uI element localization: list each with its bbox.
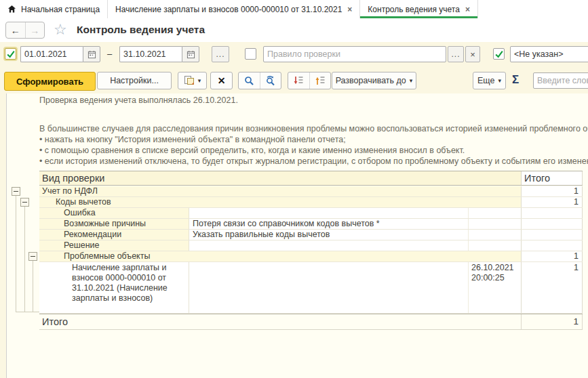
table-row: Возможные причины Потеря связи со справо…	[39, 219, 583, 230]
col-kind-cell[interactable]: Проблемные объекты	[39, 251, 522, 261]
caret-down-icon: ▾	[198, 78, 201, 84]
close-icon[interactable]: ×	[465, 5, 470, 14]
col-desc-cell[interactable]	[189, 240, 469, 251]
expand-rows-button[interactable]	[309, 72, 331, 89]
report-bullet-line: • нажать на кнопку "История изменений об…	[39, 135, 346, 144]
report-intro-line: В большинстве случаев для расследования …	[39, 124, 588, 133]
expand-to-label: Разворачивать до	[336, 76, 406, 85]
favorite-star-icon[interactable]: ☆	[54, 20, 67, 39]
col-date-cell[interactable]	[469, 208, 522, 218]
rule-checkbox[interactable]	[245, 48, 256, 60]
col-total-cell[interactable]: 1	[522, 186, 583, 196]
col-total-cell[interactable]	[522, 240, 583, 251]
minus-icon	[22, 202, 27, 203]
col-total-cell[interactable]	[522, 219, 583, 229]
caret-down-icon: ▾	[410, 78, 413, 84]
col-kind-cell[interactable]: Начисление зарплаты и взносов 0000-00001…	[39, 262, 189, 313]
expand-to-button[interactable]: Разворачивать до ▾	[332, 72, 416, 89]
search-next-icon	[265, 76, 275, 86]
col-kind-cell[interactable]: Рекомендации	[39, 230, 189, 240]
app-window: Начальная страница Начисление зарплаты и…	[0, 0, 588, 378]
footer-label: Итого	[39, 314, 522, 329]
ellipsis-icon: ...	[216, 49, 224, 59]
close-icon[interactable]: ×	[347, 5, 352, 14]
col-desc-cell[interactable]	[189, 208, 469, 218]
col-total-cell[interactable]	[522, 230, 583, 240]
search-button[interactable]	[239, 72, 260, 89]
object-checkbox[interactable]	[493, 48, 505, 60]
table-footer: Итого 1	[39, 314, 583, 330]
object-input[interactable]	[510, 46, 588, 62]
check-icon	[6, 49, 16, 59]
footer-total: 1	[522, 314, 583, 329]
period-from-input[interactable]	[20, 46, 83, 62]
col-total-cell[interactable]: 1	[522, 262, 583, 313]
col-date-cell[interactable]	[469, 230, 522, 240]
col-total-cell[interactable]: 1	[522, 251, 583, 261]
table-row: Учет по НДФЛ 1	[39, 186, 583, 197]
col-date-cell[interactable]	[469, 219, 522, 229]
tree-collapse-toggle[interactable]	[28, 252, 37, 261]
tab-control-vedeniya-ucheta[interactable]: Контроль ведения учета ×	[360, 0, 478, 18]
report-canvas: Проверка ведения учета выполнялась 26.10…	[6, 93, 588, 378]
tree-collapse-toggle[interactable]	[20, 198, 29, 207]
tab-label: Начисление зарплаты и взносов 0000-00001…	[115, 5, 342, 14]
tab-label: Контроль ведения учета	[368, 5, 460, 14]
check-icon	[494, 49, 504, 59]
col-desc-cell[interactable]: Потеря связи со справочником кодов вычет…	[189, 219, 469, 229]
col-date-cell[interactable]: 26.10.2021 20:00:25	[469, 262, 522, 313]
col-kind-cell[interactable]: Решение	[39, 240, 189, 251]
settings-button[interactable]: Настройки...	[97, 72, 172, 89]
caret-down-icon: ▾	[498, 78, 501, 84]
col-kind-cell[interactable]: Учет по НДФЛ	[39, 186, 522, 196]
minus-icon	[14, 191, 18, 192]
sum-sigma-icon[interactable]: Σ	[512, 73, 519, 87]
tree-line	[33, 261, 33, 312]
ellipsis-icon: ...	[451, 49, 460, 59]
history-buttons: ← →	[5, 22, 45, 39]
table-row: Рекомендации Указать правильные коды выч…	[39, 230, 583, 240]
col-desc-cell[interactable]	[189, 262, 469, 313]
generate-button[interactable]: Сформировать	[4, 72, 96, 91]
report-executed-line: Проверка ведения учета выполнялась 26.10…	[39, 96, 238, 105]
col-kind-cell[interactable]: Коды вычетов	[39, 197, 522, 207]
collapse-rows-icon	[293, 75, 304, 86]
close-report-button[interactable]: ✕	[210, 72, 233, 89]
tree-line	[16, 196, 16, 312]
report-variants-button[interactable]: ▾	[178, 72, 207, 89]
quick-search-input[interactable]	[533, 72, 588, 89]
col-total-cell[interactable]: 1	[522, 197, 583, 207]
report-bullet-line: • если история изменений отключена, то б…	[39, 156, 588, 166]
table-row: Решение	[39, 240, 583, 251]
col-total-cell[interactable]	[522, 208, 583, 218]
period-from-calendar-button[interactable]	[83, 46, 100, 62]
collapse-rows-button[interactable]	[288, 72, 309, 89]
rule-clear-button[interactable]: ×	[465, 46, 480, 62]
rule-more-button[interactable]: ...	[448, 46, 464, 62]
page-title: Контроль ведения учета	[77, 24, 205, 36]
close-icon: ✕	[218, 75, 226, 86]
tab-home[interactable]: Начальная страница	[0, 0, 108, 18]
search-next-button[interactable]	[260, 72, 281, 89]
period-range-dash: –	[107, 49, 112, 59]
more-button[interactable]: Еще ▾	[473, 72, 506, 89]
col-date-cell[interactable]	[469, 240, 522, 251]
col-kind-cell[interactable]: Возможные причины	[39, 219, 189, 229]
rule-input[interactable]	[263, 46, 446, 62]
tab-document[interactable]: Начисление зарплаты и взносов 0000-00001…	[108, 0, 360, 18]
col-kind-cell[interactable]: Ошибка	[39, 208, 189, 218]
period-to-input[interactable]	[119, 46, 182, 62]
forward-button[interactable]: →	[26, 22, 45, 38]
period-checkbox[interactable]	[5, 48, 16, 60]
expand-rows-icon	[315, 75, 326, 86]
more-label: Еще	[477, 76, 494, 85]
period-to-calendar-button[interactable]	[182, 46, 199, 62]
tree-collapse-toggle[interactable]	[12, 187, 20, 196]
table-row: Ошибка	[39, 208, 583, 219]
period-more-button[interactable]: ...	[212, 46, 229, 62]
minus-icon	[31, 256, 35, 257]
col-desc-cell[interactable]: Указать правильные коды вычетов	[189, 230, 469, 240]
report-variants-icon	[184, 75, 195, 86]
tree-line	[24, 207, 25, 312]
back-button[interactable]: ←	[6, 22, 26, 38]
